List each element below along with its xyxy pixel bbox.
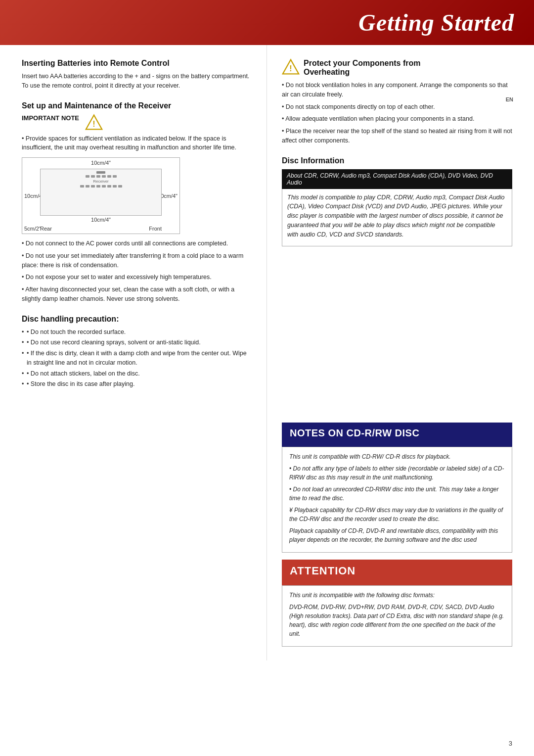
notes-p2: • Do not affix any type of labels to eit… [289,464,505,482]
page-title: Getting Started [0,9,514,36]
notes-p4: ¥ Playback capability for CD-RW discs ma… [289,506,505,523]
page-header: Getting Started [0,0,534,45]
ventilation-diagram: 10cm/4" 10cm/4" 10cm/4" [22,157,180,234]
bottom-5cm-label: 5cm/2" [24,226,41,232]
device-block [96,185,100,188]
device-row-2 [86,175,117,178]
disc-info-header-text: About CDR, CDRW, Audio mp3, Compact Disk… [287,172,493,186]
en-badge: EN [506,96,513,102]
disc-info-section: Disc Information About CDR, CDRW, Audio … [282,156,512,247]
notes-p1: This unit is compatible with CD-RW/ CD-R… [289,452,505,461]
svg-text:!: ! [92,119,95,128]
setup-note-2: • Do not use your set immediately after … [22,251,252,270]
device-block [113,185,117,188]
setup-notes: • Do not connect to the AC power cords u… [22,239,252,304]
warning-triangle-icon: ! [85,113,103,131]
protect-title-line1: Protect your Components fromOverheating [304,59,420,77]
vent-inner-box: Receiver [40,169,162,216]
device-block [91,175,95,178]
important-note-row: IMPORTANT NOTE ! [22,114,252,131]
protect-section: ! Protect your Components fromOverheatin… [282,59,512,145]
device-label: Receiver [93,179,109,184]
disc-info-body: This model is compatible to play CDR, CD… [282,189,512,247]
attention-p1: This unit is incompatible with the follo… [289,591,505,600]
vent-bottom-label: 10cm/4" [91,217,111,223]
setup-section: Set up and Maintenance of the Receiver I… [22,101,252,304]
notes-p5: Playback capability of CD-R, DVD-R and r… [289,526,505,544]
protect-title-block: Protect your Components fromOverheating [304,59,420,77]
protect-item-2: • Do not stack components directly on to… [282,102,512,112]
device-top: Receiver [41,169,161,189]
notes-title: NOTES ON CD-R/RW DISC [290,427,504,439]
disc-handling-item-2: • Do not use record cleaning sprays, sol… [22,338,252,347]
bottom-right-sections: NOTES ON CD-R/RW DISC This unit is compa… [267,414,534,661]
device-block [118,185,122,188]
device-block [80,185,84,188]
vent-top-label: 10cm/4" [91,160,111,166]
protect-warning-icon: ! [282,58,300,76]
disc-handling-section: Disc handling precaution: • Do not touch… [22,315,252,389]
device-block [107,185,111,188]
rear-front-row: Rear Front [40,226,162,232]
protect-header: ! Protect your Components fromOverheatin… [282,59,512,77]
bottom-left-spacer [0,414,267,661]
disc-handling-title: Disc handling precaution: [22,315,252,324]
setup-text: • Provide spaces for sufficient ventilat… [22,134,252,153]
front-label: Front [149,226,162,232]
attention-p2: DVD-ROM, DVD-RW, DVD+RW, DVD RAM, DVD-R,… [289,603,505,638]
batteries-title: Inserting Batteries into Remote Control [22,59,252,68]
batteries-section: Inserting Batteries into Remote Control … [22,59,252,91]
notes-p3: • Do not load an unrecorded CD-RlRW disc… [289,485,505,503]
attention-title: ATTENTION [290,565,504,577]
main-content: Inserting Batteries into Remote Control … [0,45,534,414]
disc-info-body-text: This model is compatible to play CDR, CD… [287,193,507,239]
rear-label: Rear [40,226,52,232]
device-block [86,185,89,188]
disc-handling-item-1: • Do not touch the recorded surface. [22,328,252,337]
protect-item-1: • Do not block ventilation holes in any … [282,81,512,99]
device-block [113,175,117,178]
notes-body: This unit is compatible with CD-RW/ CD-R… [282,447,512,553]
setup-title: Set up and Maintenance of the Receiver [22,101,252,110]
device-block [102,185,106,188]
disc-handling-list: • Do not touch the recorded surface. • D… [22,328,252,389]
right-column: ! Protect your Components fromOverheatin… [267,45,534,414]
setup-note-4: • After having disconnected your set, cl… [22,285,252,304]
disc-handling-item-5: • Store the disc in its case after playi… [22,379,252,389]
setup-note-1: • Do not connect to the AC power cords u… [22,239,252,248]
left-column: Inserting Batteries into Remote Control … [0,45,267,414]
setup-note-3: • Do not expose your set to water and ex… [22,273,252,282]
disc-info-title: Disc Information [282,156,512,165]
important-note-label: IMPORTANT NOTE [22,114,79,122]
bottom-sections: NOTES ON CD-R/RW DISC This unit is compa… [0,414,534,661]
device-row-1 [96,171,105,174]
device-row-3 [80,185,122,188]
device-block [107,175,111,178]
notes-section-header: NOTES ON CD-R/RW DISC [282,423,512,447]
disc-info-header: About CDR, CDRW, Audio mp3, Compact Disk… [282,169,512,189]
disc-handling-item-4: • Do not attach stickers, label on the d… [22,369,252,378]
device-block [102,175,106,178]
protect-item-3: • Allow adequate ventilation when placin… [282,114,512,124]
svg-text:!: ! [289,64,292,73]
disc-handling-item-3: • If the disc is dirty, clean it with a … [22,349,252,368]
device-block [86,175,89,178]
device-block [91,185,95,188]
protect-item-4: • Place the receiver near the top shelf … [282,127,512,145]
device-block [96,171,105,174]
batteries-text: Insert two AAA batteries according to th… [22,72,252,91]
device-block [96,175,100,178]
page-number: 3 [509,740,512,747]
attention-body: This unit is incompatible with the follo… [282,585,512,647]
attention-section-header: ATTENTION [282,560,512,585]
